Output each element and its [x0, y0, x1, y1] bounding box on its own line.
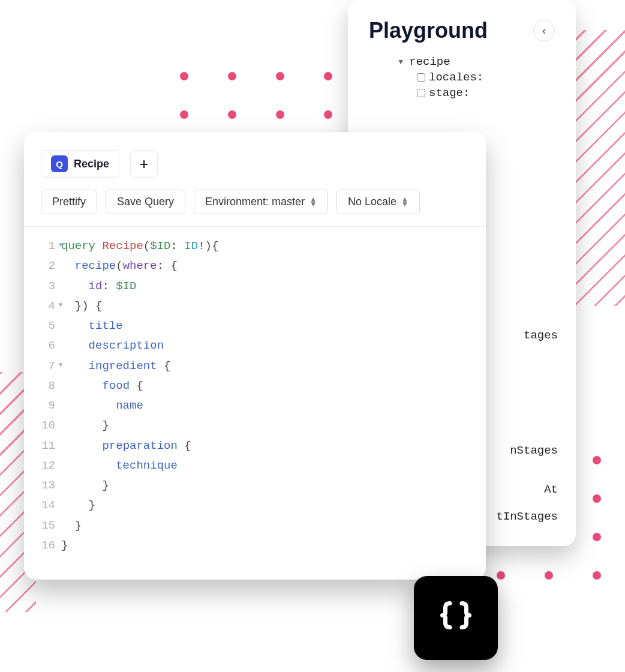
sort-icon: ▲▼ — [310, 197, 317, 206]
code-line[interactable]: 4▼ }) { — [36, 296, 474, 316]
code-line[interactable]: 9 name — [36, 396, 474, 416]
select-label: Environment: master — [205, 196, 305, 208]
checkbox-icon[interactable] — [417, 73, 425, 82]
line-number: 9 — [36, 396, 61, 416]
line-number: 14 — [36, 496, 61, 515]
sort-icon: ▲▼ — [401, 197, 408, 206]
line-number: 8 — [36, 376, 61, 396]
tree-node-locales[interactable]: locales: — [417, 71, 555, 84]
line-number: 10 — [36, 416, 61, 436]
line-number: 6 — [36, 336, 61, 356]
tree-node-label: stage: — [429, 86, 470, 100]
code-content: preparation { — [61, 436, 191, 456]
tree-fragment: tages — [524, 329, 558, 342]
tab-label: Recipe — [74, 158, 109, 170]
editor-toolbar: Prettify Save Query Environment: master … — [24, 184, 486, 227]
code-content: id: $ID — [61, 277, 136, 296]
fold-icon[interactable]: ▼ — [59, 360, 62, 371]
line-number: 3 — [36, 277, 61, 296]
explorer-tree: ▶ recipe locales: stage: — [369, 55, 555, 100]
line-number: 16 — [36, 536, 61, 556]
locale-select[interactable]: No Locale ▲▼ — [336, 190, 420, 214]
tree-node-label: locales: — [429, 71, 483, 84]
tree-node-label: recipe — [409, 55, 450, 68]
code-editor[interactable]: 1▼query Recipe($ID: ID!){2 recipe(where:… — [24, 227, 486, 556]
query-badge-icon: Q — [51, 155, 68, 172]
code-line[interactable]: 16} — [36, 536, 474, 556]
decorative-dots-top — [180, 72, 332, 119]
button-label: Prettify — [52, 196, 86, 208]
playground-title: Playground — [369, 18, 488, 43]
button-label: Save Query — [117, 196, 174, 208]
caret-down-icon: ▶ — [396, 59, 405, 64]
tree-fragment: nStages — [510, 444, 558, 457]
line-number: 7▼ — [36, 356, 61, 376]
line-number: 1▼ — [36, 236, 61, 256]
code-line[interactable]: 10 } — [36, 416, 474, 436]
line-number: 13 — [36, 476, 61, 496]
plus-icon: + — [139, 155, 148, 173]
query-editor-panel: Q Recipe + Prettify Save Query Environme… — [24, 132, 486, 580]
code-content: technique — [61, 456, 178, 476]
line-number: 15 — [36, 516, 61, 536]
code-content: ingredient { — [61, 356, 170, 376]
checkbox-icon[interactable] — [417, 89, 425, 97]
code-content: recipe(where: { — [61, 256, 178, 276]
code-line[interactable]: 6 description — [36, 336, 474, 356]
code-line[interactable]: 14 } — [36, 496, 474, 515]
code-content: } — [61, 516, 82, 536]
code-line[interactable]: 13 } — [36, 476, 474, 496]
line-number: 4▼ — [36, 296, 61, 316]
code-line[interactable]: 7▼ ingredient { — [36, 356, 474, 376]
select-label: No Locale — [348, 196, 396, 208]
code-content: } — [61, 476, 109, 496]
code-content: } — [61, 496, 95, 515]
tabs-row: Q Recipe + — [24, 132, 486, 184]
code-line[interactable]: 1▼query Recipe($ID: ID!){ — [36, 236, 474, 256]
code-line[interactable]: 12 technique — [36, 456, 474, 476]
code-content: } — [61, 536, 68, 556]
code-line[interactable]: 8 food { — [36, 376, 474, 396]
code-line[interactable]: 11 preparation { — [36, 436, 474, 456]
code-content: food { — [61, 376, 143, 396]
chevron-left-icon: ‹ — [542, 25, 546, 37]
add-tab-button[interactable]: + — [130, 150, 158, 178]
line-number: 5 — [36, 316, 61, 336]
line-number: 12 — [36, 456, 61, 476]
fold-icon[interactable]: ▼ — [59, 300, 62, 311]
code-content: name — [61, 396, 143, 416]
braces-icon — [438, 599, 474, 637]
collapse-button[interactable]: ‹ — [533, 20, 555, 41]
code-content: }) { — [61, 296, 102, 316]
code-icon-card — [414, 576, 498, 660]
line-number: 2 — [36, 256, 61, 276]
code-line[interactable]: 15 } — [36, 516, 474, 536]
tree-fragment: At — [544, 483, 558, 496]
tree-fragment: tInStages — [496, 510, 558, 523]
code-line[interactable]: 3 id: $ID — [36, 277, 474, 296]
tree-node-recipe[interactable]: ▶ recipe — [399, 55, 555, 68]
tab-recipe[interactable]: Q Recipe — [41, 150, 119, 178]
code-line[interactable]: 5 title — [36, 316, 474, 336]
tree-node-stage[interactable]: stage: — [417, 86, 555, 100]
environment-select[interactable]: Environment: master ▲▼ — [194, 190, 328, 214]
fold-icon[interactable]: ▼ — [59, 240, 62, 251]
code-content: query Recipe($ID: ID!){ — [61, 236, 218, 256]
save-query-button[interactable]: Save Query — [106, 190, 185, 214]
prettify-button[interactable]: Prettify — [41, 190, 97, 214]
code-content: title — [61, 316, 123, 336]
line-number: 11 — [36, 436, 61, 456]
code-line[interactable]: 2 recipe(where: { — [36, 256, 474, 276]
code-content: description — [61, 336, 164, 356]
code-content: } — [61, 416, 109, 436]
